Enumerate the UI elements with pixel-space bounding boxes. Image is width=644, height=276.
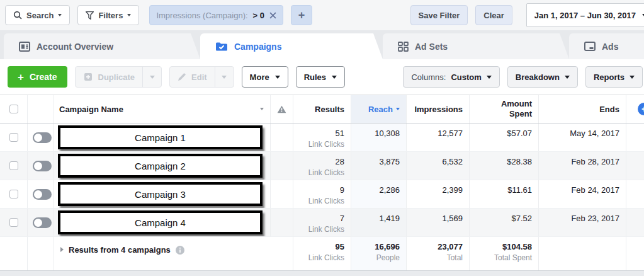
rules-button[interactable]: Rules (296, 66, 345, 88)
table-header-row: Campaign Name Results Reach Impressions … (0, 95, 644, 124)
columns-prefix-label: Columns: (411, 72, 446, 82)
select-all-cell (0, 95, 28, 123)
page-background-strip (0, 271, 644, 276)
summary-results-cell: 95 Link Clicks (293, 237, 351, 270)
summary-results-type: Link Clicks (293, 253, 344, 262)
amount-spent-header[interactable]: Amount Spent (470, 95, 539, 123)
summary-reach-type: People (351, 253, 400, 262)
date-range-value: Jan 1, 2017 – Jun 30, 2017 (534, 11, 636, 20)
filter-chip-impressions[interactable]: Impressions (Campaign): > 0 (149, 5, 283, 25)
columns-value-label: Custom (451, 72, 481, 82)
search-button[interactable]: Search (5, 5, 70, 25)
chevron-down-icon (275, 76, 280, 79)
row-checkbox[interactable] (9, 161, 18, 170)
tab-account-overview[interactable]: Account Overview (4, 33, 200, 59)
results-cell: 7 Link Clicks (293, 209, 351, 236)
edit-button[interactable]: Edit (169, 66, 234, 88)
amount-spent-header-label: Amount Spent (496, 99, 532, 120)
save-filter-label: Save Filter (419, 11, 460, 20)
columns-button[interactable]: Columns: Custom (403, 66, 499, 88)
create-button[interactable]: + Create (8, 66, 67, 88)
more-button[interactable]: More (242, 66, 288, 88)
edit-dropdown[interactable] (215, 67, 234, 87)
filters-button[interactable]: Filters (77, 5, 139, 25)
ends-header[interactable]: Ends (539, 95, 626, 123)
amount-spent-cell: $7.52 (470, 209, 539, 236)
summary-label-cell[interactable]: Results from 4 campaigns (54, 237, 293, 270)
campaign-status-toggle[interactable] (33, 217, 52, 228)
reach-cell: 1,419 (351, 209, 407, 236)
reports-button[interactable]: Reports (585, 66, 643, 88)
row-checkbox[interactable] (9, 218, 18, 227)
row-select-cell (0, 124, 28, 151)
filter-funnel-icon (86, 11, 94, 20)
campaign-status-toggle[interactable] (33, 189, 52, 200)
results-value: 51 (293, 129, 344, 138)
actions-toolbar: + Create Duplicate Edit More Rules Colum… (0, 59, 644, 95)
campaign-name-cell[interactable]: Campaign 2 (54, 152, 271, 180)
breakdown-button[interactable]: Breakdown (507, 66, 578, 88)
campaign-name-cell[interactable]: Campaign 1 (54, 124, 271, 151)
chevron-down-icon[interactable] (260, 108, 264, 110)
tab-ads-label: Ads (602, 42, 618, 52)
ads-icon (584, 42, 596, 51)
campaign-name-header[interactable]: Campaign Name (54, 95, 271, 123)
add-filter-button[interactable]: + (291, 5, 312, 25)
empty-cell (626, 152, 644, 180)
tab-ads[interactable]: Ads (569, 33, 644, 59)
ends-cell: May 14, 2017 (539, 124, 626, 151)
row-checkbox[interactable] (9, 133, 18, 142)
tab-account-overview-label: Account Overview (37, 42, 113, 52)
impressions-header[interactable]: Impressions (407, 95, 470, 123)
rules-button-label: Rules (304, 72, 326, 82)
reports-button-label: Reports (594, 72, 624, 82)
tab-campaigns-label: Campaigns (234, 42, 281, 52)
results-header[interactable]: Results (293, 95, 351, 123)
ad-sets-grid-icon (398, 42, 409, 52)
campaign-name-cell[interactable]: Campaign 4 (54, 209, 271, 236)
table-summary-row: Results from 4 campaigns 95 Link Clicks … (0, 237, 644, 271)
add-column-icon[interactable]: + (638, 103, 644, 115)
empty-cell (626, 180, 644, 208)
summary-impressions-type: Total (407, 253, 463, 262)
results-cell: 51 Link Clicks (293, 124, 351, 151)
summary-amount-cell: $104.58 Total Spent (470, 237, 539, 270)
reach-cell: 3,875 (351, 152, 407, 180)
amount-spent-value: $11.61 (470, 185, 532, 195)
summary-reach-cell: 16,696 People (351, 237, 407, 270)
campaigns-folder-icon (215, 42, 228, 52)
campaign-status-toggle[interactable] (33, 132, 52, 143)
campaigns-table: Campaign Name Results Reach Impressions … (0, 95, 644, 271)
clear-filter-button[interactable]: Clear (475, 5, 512, 25)
results-type: Link Clicks (293, 197, 344, 205)
row-checkbox[interactable] (9, 190, 18, 198)
empty-cell (0, 237, 28, 270)
results-type: Link Clicks (293, 168, 344, 177)
reach-header-sorted[interactable]: Reach (351, 95, 407, 123)
chevron-down-icon (565, 76, 570, 79)
save-filter-button[interactable]: Save Filter (410, 5, 468, 25)
impressions-value: 6,532 (407, 157, 463, 166)
row-select-cell (0, 180, 28, 208)
info-icon[interactable] (176, 246, 184, 255)
date-range-picker[interactable]: Jan 1, 2017 – Jun 30, 2017 (526, 3, 644, 27)
campaign-name: Campaign 2 (135, 161, 186, 171)
add-filter-label: + (298, 9, 305, 22)
campaign-name-cell[interactable]: Campaign 3 (54, 180, 271, 208)
close-icon[interactable] (269, 12, 276, 19)
row-toggle-cell (28, 209, 54, 236)
results-cell: 9 Link Clicks (293, 180, 351, 208)
select-all-checkbox[interactable] (9, 105, 18, 113)
campaign-status-toggle[interactable] (33, 161, 52, 171)
warning-triangle-icon (277, 105, 286, 113)
filter-chip-condition: > 0 (253, 11, 264, 20)
tab-campaigns[interactable]: Campaigns (200, 33, 383, 59)
duplicate-dropdown[interactable] (142, 67, 161, 87)
ends-value: May 14, 2017 (539, 129, 619, 138)
duplicate-button[interactable]: Duplicate (75, 66, 162, 88)
tab-ad-sets[interactable]: Ad Sets (383, 33, 569, 59)
summary-amount-value: $104.58 (470, 242, 532, 251)
reach-value: 3,875 (351, 157, 400, 166)
expand-caret-icon[interactable] (60, 247, 64, 252)
campaign-name-redaction-box: Campaign 3 (58, 182, 263, 206)
